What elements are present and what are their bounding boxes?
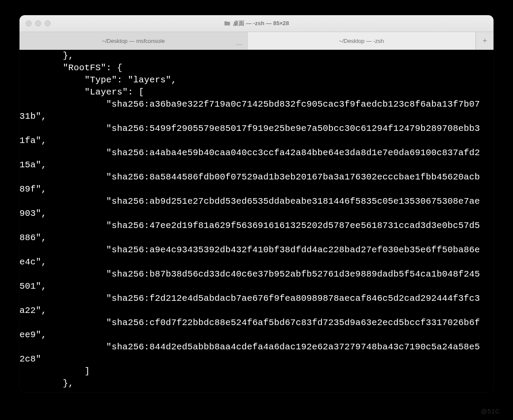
window-title: 桌面 — -zsh — 85×28: [19, 20, 494, 27]
watermark: @51C​: [481, 408, 500, 415]
window-title-text: 桌面 — -zsh — 85×28: [233, 20, 289, 27]
terminal-content[interactable]: }, "RootFS": { "Type": "layers", "Layers…: [19, 50, 494, 392]
titlebar: 桌面 — -zsh — 85×28: [19, 15, 494, 32]
folder-icon: [224, 21, 231, 26]
tab-label: ~/Desktop — msfconsole: [102, 38, 165, 44]
tab-bar: ~/Desktop — msfconsole … ~/Desktop — -zs…: [19, 32, 494, 50]
tab-label: ~/Desktop — -zsh: [339, 38, 384, 44]
zoom-button[interactable]: [45, 20, 51, 26]
tab-msfconsole[interactable]: ~/Desktop — msfconsole …: [19, 32, 248, 49]
close-button[interactable]: [26, 20, 32, 26]
terminal-window: 桌面 — -zsh — 85×28 ~/Desktop — msfconsole…: [19, 15, 494, 392]
minimize-button[interactable]: [35, 20, 41, 26]
tab-overflow-icon[interactable]: …: [236, 39, 243, 47]
tab-zsh[interactable]: ~/Desktop — -zsh: [248, 32, 476, 49]
traffic-lights: [26, 20, 51, 26]
plus-icon: +: [483, 36, 487, 46]
new-tab-button[interactable]: +: [476, 32, 494, 49]
